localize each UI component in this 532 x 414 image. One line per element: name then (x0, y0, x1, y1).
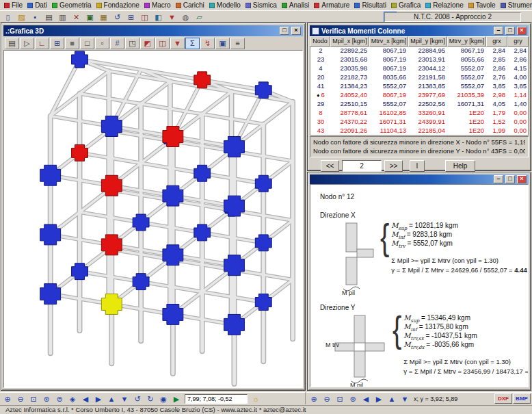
report-icon[interactable]: ▱ (193, 12, 206, 22)
menu-sismica[interactable]: Sismica (243, 1, 280, 10)
grid-icon[interactable]: ⊞ (50, 38, 64, 49)
column-header[interactable]: Mtrv_x [kgm] (369, 36, 408, 47)
solid-icon[interactable]: ■ (65, 38, 79, 49)
options-icon[interactable]: ≡ (230, 38, 245, 49)
table-row[interactable]: 423035,988067,1923044,125552,072,864,15 (310, 64, 528, 73)
wireframe-icon[interactable]: □ (80, 38, 94, 49)
table-row[interactable]: 4121384,235552,0721383,855552,073,853,85 (310, 82, 528, 91)
loads-icon[interactable]: ▼ (165, 12, 178, 22)
arrow-left-icon[interactable]: ◀ (79, 393, 92, 404)
zoom-prev-icon[interactable]: ⊜ (53, 393, 66, 404)
arrow-up-icon[interactable]: ▲ (386, 393, 398, 404)
column-header[interactable]: Nodo (310, 36, 330, 47)
cut-icon[interactable]: ✕ (70, 12, 83, 22)
select-icon[interactable]: ▷ (20, 38, 34, 49)
node-cross[interactable] (72, 51, 88, 68)
zoom-extents-icon[interactable]: ⊛ (347, 393, 359, 404)
column-header[interactable]: gry (507, 36, 529, 47)
print-icon[interactable]: ▤ (42, 12, 55, 22)
menu-carichi[interactable]: Carichi (174, 1, 207, 10)
new-file-icon[interactable]: ▯ (1, 12, 14, 22)
results-icon[interactable]: Σ (185, 38, 200, 49)
colors-icon[interactable]: ◩ (140, 38, 155, 49)
numbers-icon[interactable]: # (110, 38, 124, 49)
verifica-titlebar[interactable]: Verifica Momenti Colonne – □ × (310, 25, 529, 36)
close-icon[interactable]: × (517, 27, 527, 35)
zoom-out-icon[interactable]: ⊖ (321, 393, 333, 404)
coords-3d-field[interactable] (185, 394, 248, 404)
zoom-out-icon[interactable]: ⊖ (14, 393, 27, 404)
menu-analisi[interactable]: Analisi (280, 1, 312, 10)
detail-titlebar[interactable]: – □ × (310, 174, 529, 184)
materials-icon[interactable]: ◧ (152, 12, 165, 22)
menu-relazione[interactable]: Relazione (423, 1, 466, 10)
shrink-icon[interactable]: ▫ (95, 38, 109, 49)
table-row[interactable]: ♦624052,408067,1923977,6921035,392,981,1… (310, 91, 528, 100)
undo-icon[interactable]: ↺ (111, 12, 124, 22)
menu-modello[interactable]: Modello (207, 1, 243, 10)
help-button[interactable]: Help (445, 160, 475, 172)
table-row[interactable]: 222892,258067,1922884,958067,192,842,84 (310, 47, 528, 55)
table-row[interactable]: 3024370,2216071,3124399,911E201,520,00 (310, 118, 528, 127)
paste-icon[interactable]: ▦ (97, 12, 110, 22)
arrow-right-icon[interactable]: ▶ (373, 393, 385, 404)
sections-icon[interactable]: ◫ (138, 12, 151, 22)
export-dxf-button[interactable]: DXF (494, 393, 512, 404)
axes-icon[interactable]: ∟ (35, 38, 49, 49)
open-folder-icon[interactable]: ▨ (15, 12, 28, 22)
preview-icon[interactable]: ▥ (56, 12, 69, 22)
menu-geometria[interactable]: Geometria (50, 1, 94, 10)
copy-icon[interactable]: ▣ (83, 12, 96, 22)
minimize-button[interactable]: – (494, 175, 503, 183)
calc-icon[interactable]: ◍ (179, 12, 192, 22)
loads-icon[interactable]: ▼ (170, 38, 185, 49)
maximize-button[interactable]: □ (505, 27, 515, 35)
grafica-3d-titlebar[interactable]: .:Grafica 3D □ × (3, 25, 303, 36)
spin-icon[interactable]: ◉ (157, 393, 170, 404)
zoom-window-icon[interactable]: ⊡ (334, 393, 346, 404)
menu-armature[interactable]: Armature (312, 1, 352, 10)
minimize-button[interactable]: – (494, 27, 503, 35)
close-icon[interactable]: × (517, 175, 527, 183)
menu-file[interactable]: File (2, 1, 25, 10)
menu-fondazione[interactable]: Fondazione (94, 1, 142, 10)
bulb-icon[interactable]: ☼ (250, 393, 262, 404)
play-icon[interactable]: ▶ (170, 393, 183, 404)
arrow-down-icon[interactable]: ▼ (399, 393, 411, 404)
canvas-3d[interactable] (3, 50, 303, 388)
arrow-up-icon[interactable]: ▲ (105, 393, 118, 404)
zoom-in-icon[interactable]: ⊕ (1, 393, 14, 404)
rotate-right-icon[interactable]: ↻ (144, 393, 157, 404)
menu-strumenti[interactable]: Strumenti (498, 1, 532, 10)
menu-tavole[interactable]: Tavole (466, 1, 498, 10)
reactions-icon[interactable]: ↯ (200, 38, 215, 49)
export-bmp-button[interactable]: BMP (513, 393, 531, 404)
table-row[interactable]: 2922510,155552,0722502,5616071,314,051,4… (310, 100, 528, 109)
page-number-field[interactable]: 2 (342, 160, 382, 172)
maximize-button[interactable]: □ (280, 27, 289, 35)
menu-macro[interactable]: Macro (142, 1, 174, 10)
info-button[interactable]: I (410, 160, 425, 172)
print-icon[interactable]: ▤ (5, 38, 19, 49)
next-page-button[interactable]: >> (384, 160, 403, 172)
sections-icon[interactable]: ◫ (155, 38, 170, 49)
column-header[interactable]: Mpil_y [kgm] (408, 36, 447, 47)
arrow-right-icon[interactable]: ▶ (92, 393, 105, 404)
prev-page-button[interactable]: << (321, 160, 339, 172)
menu-dati[interactable]: Dati (25, 1, 50, 10)
zoom-in-icon[interactable]: ⊕ (308, 393, 320, 404)
column-header[interactable]: Mpil_x [kgm] (330, 36, 369, 47)
column-header[interactable]: grx (486, 36, 507, 47)
maximize-button[interactable]: □ (505, 175, 515, 183)
close-icon[interactable]: × (291, 27, 301, 35)
table-row[interactable]: 828778,6116102,8533260,911E201,790,00 (310, 109, 528, 118)
arrow-down-icon[interactable]: ▼ (118, 393, 131, 404)
menu-grafica[interactable]: Grafica (389, 1, 423, 10)
extrude-icon[interactable]: ◳ (125, 38, 139, 49)
column-header[interactable]: Mtrv_y [kgm] (447, 36, 486, 47)
rotate-left-icon[interactable]: ↺ (131, 393, 144, 404)
pan-icon[interactable]: ◈ (66, 393, 79, 404)
camera-icon[interactable]: ▣ (215, 38, 230, 49)
menu-risultati[interactable]: Risultati (352, 1, 389, 10)
save-icon[interactable]: ▪ (29, 12, 42, 22)
